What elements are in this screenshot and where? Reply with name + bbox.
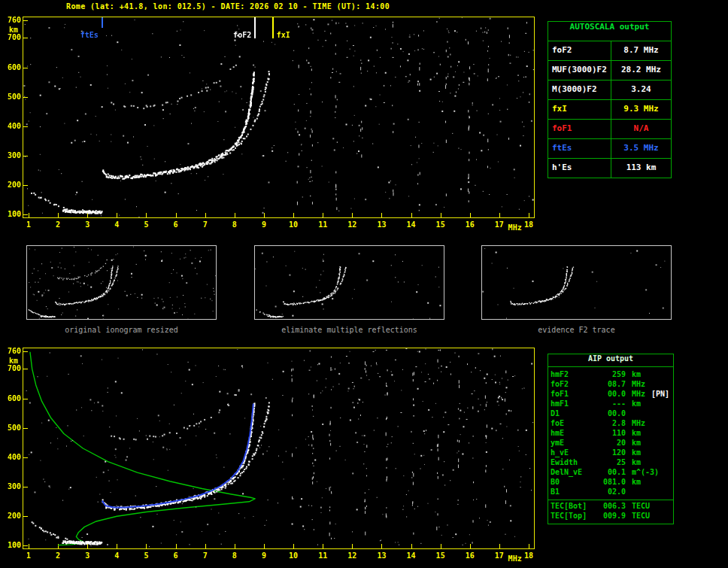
aip-row-hmF2: hmF2259km	[548, 370, 673, 380]
aip-row-value: 2.8	[596, 419, 626, 429]
ionogram-top-xtick-4: 4	[109, 220, 124, 229]
fxI-marker-line	[272, 17, 274, 38]
autoscala-table-rows: foF28.7 MHzMUF(3000)F228.2 MHzM(3000)F23…	[548, 41, 671, 178]
aip-row-value: 110	[596, 429, 626, 439]
aip-row-unit: MHz	[626, 419, 645, 429]
autoscala-row-value: 113 km	[611, 159, 671, 178]
ionogram-bottom-xtick-7: 7	[198, 551, 213, 560]
thumbnail-plot-1	[27, 246, 216, 319]
aip-row-unit: MHz	[626, 380, 645, 390]
aip-tec-unit: TECU	[626, 502, 650, 512]
ionogram-bottom-xtick-1: 1	[21, 551, 36, 560]
aip-row-unit: km	[626, 448, 641, 458]
ionogram-top-xtick-13: 13	[374, 220, 389, 229]
ionogram-top-xtick-7: 7	[198, 220, 213, 229]
autoscala-row-value: N/A	[611, 120, 671, 138]
aip-row-unit: km	[626, 439, 641, 448]
ionogram-bottom-xtick-17: 17	[492, 551, 507, 560]
aip-tec-value: 006.3	[596, 502, 626, 512]
aip-row-label: ymE	[551, 439, 596, 448]
aip-row-label: B1	[551, 488, 596, 497]
aip-row-hmF1: hmF1---km	[548, 399, 673, 409]
ionogram-bottom-ytick-200: 200	[2, 512, 21, 521]
aip-tec-row-1: TEC[Bot]006.3TECU	[548, 502, 673, 512]
aip-row-label: foE	[551, 419, 596, 429]
ionogram-bottom-xtick-5: 5	[138, 551, 153, 560]
ionogram-top-ytick-200: 200	[2, 181, 21, 190]
ionogram-top-xtick-17: 17	[492, 220, 507, 229]
thumbnail-caption-2: eliminate multiple reflections	[239, 326, 460, 335]
aip-row-unit: MHz	[626, 390, 645, 399]
ionogram-top-xtick-11: 11	[315, 220, 330, 229]
ionogram-bottom-plot	[23, 348, 534, 548]
ionogram-top-x-unit: MHz	[508, 223, 531, 232]
aip-row-label: foF1	[551, 390, 596, 399]
ionogram-bottom-xtick-9: 9	[256, 551, 271, 560]
aip-tec-unit: TECU	[626, 512, 650, 521]
ionogram-top-plot	[23, 17, 534, 217]
station-date-time-title: Rome (lat: +41.8, lon: 012.5) - DATE: 20…	[66, 2, 390, 11]
foF2-marker-line	[254, 17, 256, 38]
aip-row-label: D1	[551, 409, 596, 419]
thumbnail-plot-3	[482, 246, 671, 319]
aip-row-value: 120	[596, 448, 626, 458]
aip-row-unit	[626, 409, 632, 419]
aip-tec-label: TEC[Top]	[551, 512, 596, 521]
aip-row-note: [PN]	[645, 390, 669, 399]
autoscala-row-value: 28.2 MHz	[611, 61, 671, 80]
foF2-marker-label: foF2	[206, 31, 251, 40]
ionogram-bottom-xtick-2: 2	[50, 551, 65, 560]
ftEs-marker-line	[102, 17, 103, 28]
aip-row-value: 02.0	[596, 488, 626, 497]
aip-row-unit: km	[626, 370, 641, 380]
ionogram-top-xtick-14: 14	[404, 220, 419, 229]
ionogram-top-ytick-500: 500	[2, 93, 21, 102]
aip-output-table: AIP output hmF2259kmfoF208.7MHzfoF100.0M…	[548, 354, 674, 524]
aip-row-value: 20	[596, 439, 626, 448]
aip-row-value: 00.1	[596, 468, 626, 478]
thumbnail-plot-2	[255, 246, 444, 319]
ionogram-top-xtick-3: 3	[80, 220, 95, 229]
aip-row-label: Ewidth	[551, 458, 596, 468]
aip-row-unit: km	[626, 429, 641, 439]
aip-row-unit: km	[626, 458, 641, 468]
ionogram-bottom-xtick-10: 10	[286, 551, 301, 560]
aip-row-value: 081.0	[596, 478, 626, 488]
aip-row-label: DelN_vE	[551, 468, 596, 478]
aip-row-unit: km	[626, 478, 641, 488]
ionogram-bottom-xtick-11: 11	[315, 551, 330, 560]
aip-row-D1: D100.0	[548, 409, 673, 419]
aip-row-value: 08.7	[596, 380, 626, 390]
aip-row-label: hmE	[551, 429, 596, 439]
autoscala-row-MUF(3000)F2: MUF(3000)F228.2 MHz	[548, 60, 671, 80]
autoscala-row-M(3000)F2: M(3000)F23.24	[548, 80, 671, 99]
ionogram-top-xtick-12: 12	[344, 220, 359, 229]
aip-row-hmE: hmE110km	[548, 429, 673, 439]
aip-row-foF1: foF100.0MHz[PN]	[548, 390, 673, 399]
autoscala-table-title: AUTOSCALA output	[548, 22, 671, 41]
ionogram-bottom-xtick-12: 12	[344, 551, 359, 560]
aip-table-title: AIP output	[548, 354, 673, 367]
aip-row-label: h_vE	[551, 448, 596, 458]
ionogram-top-xtick-10: 10	[286, 220, 301, 229]
aip-row-unit: km	[626, 399, 641, 409]
autoscala-row-foF2: foF28.7 MHz	[548, 41, 671, 60]
aip-row-unit	[626, 488, 632, 497]
aip-row-B1: B102.0	[548, 488, 673, 497]
ionogram-bottom-xtick-15: 15	[433, 551, 448, 560]
ionogram-bottom-y-unit: km	[2, 357, 18, 366]
ionogram-bottom-xtick-4: 4	[109, 551, 124, 560]
ionogram-top-xtick-2: 2	[50, 220, 65, 229]
aip-row-foE: foE2.8MHz	[548, 419, 673, 429]
ionogram-top-xtick-1: 1	[21, 220, 36, 229]
aip-row-value: 259	[596, 370, 626, 380]
aip-tec-label: TEC[Bot]	[551, 502, 596, 512]
aip-row-label: hmF2	[551, 370, 596, 380]
autoscala-row-ftEs: ftEs3.5 MHz	[548, 138, 671, 158]
aip-row-DelN_vE: DelN_vE00.1m^(-3)	[548, 468, 673, 478]
ionogram-top-xtick-6: 6	[168, 220, 184, 229]
ionogram-top-ytick-700: 700	[2, 33, 21, 42]
ionogram-top-xtick-9: 9	[256, 220, 271, 229]
ionogram-top-ytick-600: 600	[2, 63, 21, 72]
ftEs-marker-label: ftEs	[53, 31, 99, 40]
